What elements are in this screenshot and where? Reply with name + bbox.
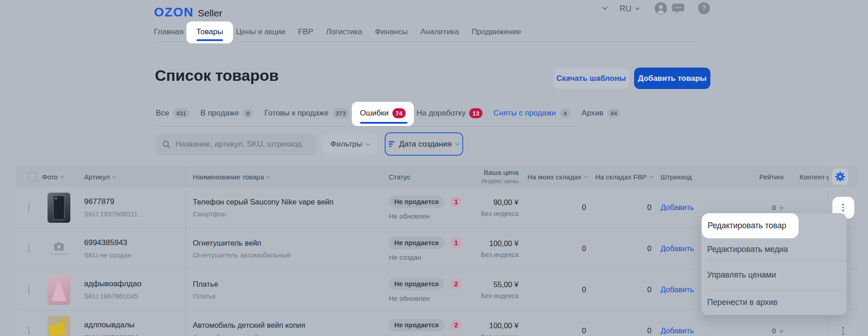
- status-error-count[interactable]: 1: [450, 196, 461, 207]
- row-checkbox[interactable]: [28, 203, 29, 212]
- nav-item-glavnaya[interactable]: Главная: [154, 27, 184, 37]
- nav-item-tovary-active[interactable]: Товары: [186, 21, 233, 43]
- fbp-stock-value: 0: [587, 203, 652, 212]
- tab-count-badge: 44: [607, 108, 620, 118]
- nav-item-fbp[interactable]: FBP: [298, 27, 313, 37]
- nav-item-finansy[interactable]: Финансы: [375, 27, 408, 37]
- tab-label: Сняты с продажи: [493, 109, 556, 118]
- product-photo-phone[interactable]: [48, 193, 70, 223]
- product-price: 90,00 ¥: [476, 198, 519, 207]
- filters-button[interactable]: Фильтры: [323, 133, 377, 155]
- nav-item-analitika[interactable]: Аналитика: [420, 27, 459, 37]
- tab-count-badge: 4: [560, 108, 571, 118]
- status-subtext: Не создан: [389, 253, 476, 261]
- tab-count-badge-red: 13: [469, 108, 482, 118]
- product-sku: SKU 1867861045: [84, 292, 185, 300]
- table-settings-gear-button[interactable]: [832, 168, 848, 185]
- sort-by-date-button[interactable]: Дата создания: [385, 132, 463, 156]
- rating-value: 0: [772, 204, 776, 211]
- row-checkbox[interactable]: [28, 244, 29, 253]
- product-article: адлпоывдалы: [84, 320, 185, 330]
- status-subtext: Не обновлен: [389, 294, 476, 302]
- tab-removed-from-sale[interactable]: Сняты с продажи 4: [493, 108, 571, 118]
- tab-count-badge-red: 74: [392, 108, 406, 118]
- product-photo-dress[interactable]: [48, 275, 70, 305]
- product-name[interactable]: Огнетушитель вейп: [193, 239, 387, 247]
- column-header-name[interactable]: Наименование товара: [185, 173, 387, 181]
- add-barcode-link[interactable]: Добавить: [661, 326, 694, 335]
- fbp-stock-value: 0: [587, 326, 652, 335]
- status-badge: Не продается: [389, 278, 444, 290]
- tab-ready-for-sale[interactable]: Готовы к продаже 373: [265, 108, 349, 118]
- tab-rework[interactable]: На доработку 13: [417, 108, 483, 118]
- language-selector[interactable]: RU: [619, 4, 639, 14]
- menu-item-move-to-archive[interactable]: Перенести в архив: [701, 290, 847, 315]
- sort-icon: [389, 141, 395, 147]
- chevron-down-icon: [112, 174, 116, 178]
- column-header-article[interactable]: Артикул: [70, 173, 185, 181]
- tab-label: Архив: [582, 109, 603, 118]
- add-barcode-link[interactable]: Добавить: [661, 203, 694, 211]
- column-header-my-stock[interactable]: На моих складах: [519, 173, 587, 181]
- add-products-button[interactable]: Добавить товары: [634, 68, 710, 89]
- menu-item-edit-product[interactable]: Редактировать товар: [702, 213, 799, 238]
- select-all-checkbox[interactable]: [28, 172, 37, 181]
- status-error-count[interactable]: 2: [450, 320, 461, 331]
- row-checkbox[interactable]: [28, 326, 29, 335]
- search-box: [156, 133, 316, 155]
- search-input[interactable]: [175, 140, 310, 149]
- product-category: Смартфон: [193, 210, 387, 218]
- product-name[interactable]: Телефон серый Saucony Nike vape вейп: [193, 198, 387, 206]
- product-name[interactable]: Платье: [193, 280, 387, 289]
- chevron-down-icon: [60, 174, 64, 178]
- profile-avatar-icon[interactable]: [655, 2, 667, 16]
- column-header-photo[interactable]: Фото: [42, 173, 70, 181]
- column-header-fbp-stock[interactable]: На складах FBP: [587, 173, 652, 181]
- tab-all[interactable]: Все 431: [156, 108, 190, 118]
- price-index: Без индекса: [476, 333, 519, 336]
- tab-errors-active[interactable]: Ошибки 74: [352, 102, 414, 126]
- add-barcode-link[interactable]: Добавить: [661, 244, 694, 252]
- main-navigation: Главная Товары Цены и акции FBP Логистик…: [154, 27, 521, 37]
- nav-item-logistika[interactable]: Логистика: [326, 27, 362, 37]
- star-icon: ★: [778, 204, 784, 211]
- ozon-seller-logo: OZON Seller: [154, 5, 222, 20]
- add-barcode-link[interactable]: Добавить: [661, 285, 694, 294]
- product-price: 55,00 ¥: [476, 280, 519, 289]
- price-index: Без индекса: [476, 210, 519, 217]
- product-article: адфывоафлдао: [84, 279, 185, 289]
- tab-on-sale[interactable]: В продаже 0: [201, 108, 254, 118]
- product-price: 100,00 ¥: [476, 321, 519, 330]
- tab-archive[interactable]: Архив 44: [582, 108, 620, 118]
- tab-count-badge: 431: [173, 108, 190, 118]
- status-badge: Не продается: [389, 236, 444, 249]
- status-tabs: Все 431 В продаже 0 Готовы к продаже 373…: [156, 108, 620, 118]
- product-article: 6994385943: [84, 238, 185, 247]
- header-collapse-chevron-icon[interactable]: [602, 5, 607, 10]
- help-icon[interactable]: ?: [698, 2, 710, 14]
- nav-divider: [154, 42, 700, 42]
- status-error-count[interactable]: 1: [450, 237, 461, 248]
- product-name[interactable]: Автомобиль детский вейп копия: [193, 321, 387, 330]
- product-sku: SKU 1855582694: [84, 333, 185, 336]
- tabs-divider: [154, 126, 577, 126]
- product-photo-toy-truck[interactable]: [48, 316, 70, 336]
- chevron-down-icon: [635, 6, 640, 10]
- nav-item-tseny-i-aktsii[interactable]: Цены и акции: [236, 27, 285, 37]
- menu-item-manage-prices[interactable]: Управлять ценами: [701, 261, 847, 289]
- product-article: 9677879: [84, 197, 185, 206]
- product-sku: SKU 1937606511: [84, 210, 185, 218]
- status-badge: Не продается: [389, 195, 444, 208]
- menu-item-edit-media[interactable]: Редактировать медиа: [701, 238, 847, 260]
- row-actions-menu-button[interactable]: [832, 320, 854, 336]
- table-header-row: Фото Артикул Наименование товара Статус …: [16, 166, 858, 187]
- messages-icon[interactable]: 237: [672, 3, 684, 16]
- status-error-count[interactable]: 2: [450, 278, 461, 289]
- tab-label: Все: [156, 109, 169, 118]
- download-templates-button[interactable]: Скачать шаблоны: [553, 68, 629, 89]
- tab-label: На доработку: [417, 109, 466, 118]
- no-photo-caption: Нет фотографии: [50, 252, 68, 255]
- chevron-down-icon: [365, 141, 370, 146]
- row-checkbox[interactable]: [28, 285, 29, 294]
- nav-item-prodvizhenie[interactable]: Продвижение: [471, 27, 521, 37]
